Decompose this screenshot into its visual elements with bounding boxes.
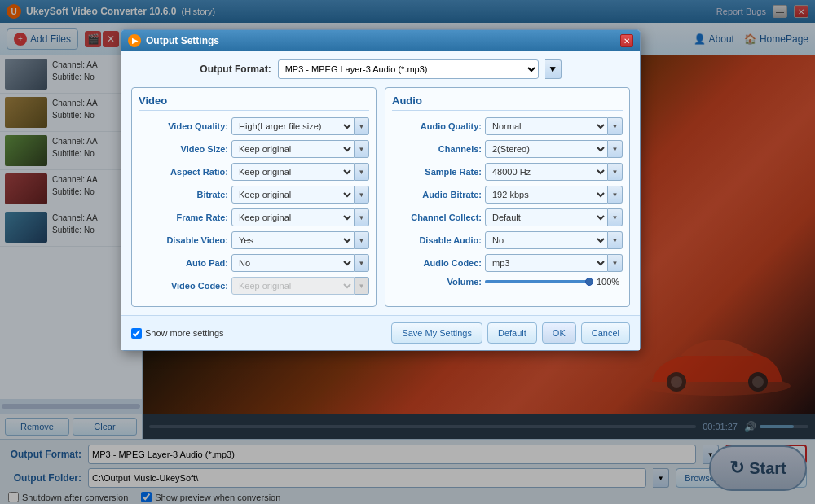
disable-audio-arrow[interactable]: ▼ bbox=[608, 231, 623, 249]
audio-bitrate-row: Audio Bitrate: 192 kbps ▼ bbox=[392, 186, 623, 204]
frame-rate-row: Frame Rate: Keep original ▼ bbox=[139, 208, 369, 226]
disable-audio-label: Disable Audio: bbox=[392, 235, 482, 245]
channel-collect-row: Channel Collect: Default ▼ bbox=[392, 208, 623, 226]
bitrate-select-wrap: Keep original ▼ bbox=[231, 186, 369, 204]
volume-track[interactable] bbox=[485, 280, 592, 283]
video-quality-label: Video Quality: bbox=[139, 121, 228, 131]
audio-quality-arrow[interactable]: ▼ bbox=[608, 117, 623, 135]
video-size-select[interactable]: Keep original bbox=[231, 140, 355, 158]
video-quality-arrow[interactable]: ▼ bbox=[355, 117, 369, 135]
disable-video-row: Disable Video: Yes ▼ bbox=[139, 231, 369, 249]
auto-pad-arrow[interactable]: ▼ bbox=[355, 254, 369, 272]
frame-rate-select[interactable]: Keep original bbox=[231, 208, 355, 226]
video-size-label: Video Size: bbox=[139, 144, 228, 154]
channel-collect-select[interactable]: Default bbox=[485, 208, 608, 226]
video-codec-arrow: ▼ bbox=[355, 277, 369, 295]
volume-percentage: 100% bbox=[597, 277, 623, 287]
auto-pad-label: Auto Pad: bbox=[139, 258, 228, 268]
audio-quality-select[interactable]: Normal bbox=[485, 117, 608, 135]
disable-video-label: Disable Video: bbox=[139, 235, 228, 245]
dialog-title-icon: ▶ bbox=[128, 34, 141, 47]
sample-rate-arrow[interactable]: ▼ bbox=[608, 163, 623, 181]
dialog-format-arrow[interactable]: ▼ bbox=[545, 59, 562, 79]
volume-setting: 100% bbox=[485, 277, 623, 287]
dialog-body: Output Format: MP3 - MPEG Layer-3 Audio … bbox=[121, 51, 640, 315]
channel-collect-label: Channel Collect: bbox=[392, 213, 482, 222]
frame-rate-select-wrap: Keep original ▼ bbox=[231, 208, 369, 226]
dialog-title-bar: ▶ Output Settings ✕ bbox=[121, 30, 640, 51]
aspect-ratio-row: Aspect Ratio: Keep original ▼ bbox=[139, 163, 369, 181]
video-size-arrow[interactable]: ▼ bbox=[355, 140, 369, 158]
dialog-format-row: Output Format: MP3 - MPEG Layer-3 Audio … bbox=[131, 59, 630, 79]
video-codec-row: Video Codec: Keep original ▼ bbox=[139, 277, 369, 295]
disable-audio-row: Disable Audio: No ▼ bbox=[392, 231, 623, 249]
sample-rate-select-wrap: 48000 Hz ▼ bbox=[485, 163, 623, 181]
sample-rate-select[interactable]: 48000 Hz bbox=[485, 163, 608, 181]
cancel-button[interactable]: Cancel bbox=[581, 322, 630, 344]
audio-bitrate-select-wrap: 192 kbps ▼ bbox=[485, 186, 623, 204]
disable-audio-select[interactable]: No bbox=[485, 231, 608, 249]
dialog-title: ▶ Output Settings bbox=[128, 34, 219, 47]
default-button[interactable]: Default bbox=[487, 322, 537, 344]
main-window: U UkeySoft Video Converter 10.6.0 (Histo… bbox=[0, 0, 815, 504]
dialog-format-select[interactable]: MP3 - MPEG Layer-3 Audio (*.mp3) bbox=[278, 59, 539, 79]
video-codec-select[interactable]: Keep original bbox=[231, 277, 355, 295]
aspect-ratio-arrow[interactable]: ▼ bbox=[355, 163, 369, 181]
disable-video-select[interactable]: Yes bbox=[231, 231, 355, 249]
show-more-label: Show more settings bbox=[145, 328, 224, 338]
audio-bitrate-select[interactable]: 192 kbps bbox=[485, 186, 608, 204]
channel-collect-arrow[interactable]: ▼ bbox=[608, 208, 623, 226]
bitrate-arrow[interactable]: ▼ bbox=[355, 186, 369, 204]
video-panel-title: Video bbox=[139, 94, 369, 111]
frame-rate-label: Frame Rate: bbox=[139, 213, 228, 222]
ok-button[interactable]: OK bbox=[542, 322, 576, 344]
video-codec-select-wrap: Keep original ▼ bbox=[231, 277, 369, 295]
audio-quality-select-wrap: Normal ▼ bbox=[485, 117, 623, 135]
bitrate-select[interactable]: Keep original bbox=[231, 186, 355, 204]
volume-label: Volume: bbox=[392, 277, 482, 287]
dialog-format-label: Output Format: bbox=[200, 64, 271, 75]
disable-video-arrow[interactable]: ▼ bbox=[355, 231, 369, 249]
audio-codec-arrow[interactable]: ▼ bbox=[608, 254, 623, 272]
settings-columns: Video Video Quality: High(Larger file si… bbox=[131, 87, 630, 307]
bitrate-row: Bitrate: Keep original ▼ bbox=[139, 186, 369, 204]
auto-pad-select-wrap: No ▼ bbox=[231, 254, 369, 272]
disable-audio-select-wrap: No ▼ bbox=[485, 231, 623, 249]
frame-rate-arrow[interactable]: ▼ bbox=[355, 208, 369, 226]
video-quality-row: Video Quality: High(Larger file size) ▼ bbox=[139, 117, 369, 135]
bitrate-label: Bitrate: bbox=[139, 190, 228, 199]
audio-codec-select-wrap: mp3 ▼ bbox=[485, 254, 623, 272]
auto-pad-select[interactable]: No bbox=[231, 254, 355, 272]
auto-pad-row: Auto Pad: No ▼ bbox=[139, 254, 369, 272]
volume-row: Volume: 100% bbox=[392, 277, 623, 287]
audio-panel-title: Audio bbox=[392, 94, 623, 111]
dialog-footer: Show more settings Save My Settings Defa… bbox=[121, 315, 640, 350]
aspect-ratio-select[interactable]: Keep original bbox=[231, 163, 355, 181]
video-quality-select-wrap: High(Larger file size) ▼ bbox=[231, 117, 369, 135]
volume-thumb[interactable] bbox=[585, 278, 593, 286]
audio-quality-label: Audio Quality: bbox=[392, 121, 482, 131]
channels-row: Channels: 2(Stereo) ▼ bbox=[392, 140, 623, 158]
sample-rate-row: Sample Rate: 48000 Hz ▼ bbox=[392, 163, 623, 181]
channels-label: Channels: bbox=[392, 144, 482, 154]
channel-collect-select-wrap: Default ▼ bbox=[485, 208, 623, 226]
sample-rate-label: Sample Rate: bbox=[392, 167, 482, 177]
output-settings-dialog: ▶ Output Settings ✕ Output Format: MP3 -… bbox=[121, 29, 641, 351]
dialog-title-text: Output Settings bbox=[146, 35, 219, 46]
audio-quality-row: Audio Quality: Normal ▼ bbox=[392, 117, 623, 135]
audio-codec-row: Audio Codec: mp3 ▼ bbox=[392, 254, 623, 272]
audio-bitrate-arrow[interactable]: ▼ bbox=[608, 186, 623, 204]
channels-arrow[interactable]: ▼ bbox=[608, 140, 623, 158]
video-size-row: Video Size: Keep original ▼ bbox=[139, 140, 369, 158]
aspect-ratio-select-wrap: Keep original ▼ bbox=[231, 163, 369, 181]
show-more-checkbox-label[interactable]: Show more settings bbox=[131, 328, 224, 339]
show-more-checkbox[interactable] bbox=[131, 328, 142, 339]
dialog-close-button[interactable]: ✕ bbox=[620, 34, 633, 47]
channels-select[interactable]: 2(Stereo) bbox=[485, 140, 608, 158]
audio-codec-label: Audio Codec: bbox=[392, 258, 482, 268]
aspect-ratio-label: Aspect Ratio: bbox=[139, 167, 228, 177]
audio-bitrate-label: Audio Bitrate: bbox=[392, 190, 482, 199]
video-quality-select[interactable]: High(Larger file size) bbox=[231, 117, 355, 135]
save-settings-button[interactable]: Save My Settings bbox=[391, 322, 482, 344]
audio-codec-select[interactable]: mp3 bbox=[485, 254, 608, 272]
